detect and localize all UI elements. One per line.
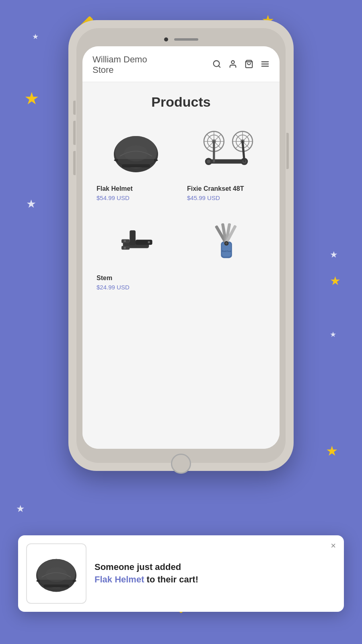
svg-point-47 — [225, 242, 228, 245]
star-decoration-white: ★ — [330, 330, 336, 339]
star-decoration-white: ★ — [330, 250, 338, 260]
svg-point-2 — [231, 61, 234, 64]
product-image-container — [97, 124, 175, 180]
products-grid: Flak Helmet $54.99 USD — [82, 118, 280, 297]
svg-rect-52 — [43, 584, 69, 587]
phone-camera — [164, 37, 168, 41]
phone-speaker — [174, 38, 198, 41]
helmet-image — [110, 130, 162, 174]
product-card-fixie-crankset[interactable]: Fixie Crankset 48T $45.99 USD — [181, 118, 272, 207]
products-title: Products — [82, 82, 280, 118]
side-button — [73, 101, 76, 115]
product-price: $45.99 USD — [187, 194, 265, 201]
svg-rect-10 — [122, 164, 150, 167]
product-name: Fixie Crankset 48T — [187, 185, 265, 192]
phone-bottom-bar — [82, 449, 280, 477]
star-decoration: ★ — [326, 443, 338, 459]
product-price: $54.99 USD — [97, 194, 175, 201]
notification-close-button[interactable]: × — [331, 541, 336, 550]
cart-icon[interactable] — [245, 60, 253, 70]
notification-suffix: to their cart! — [144, 574, 198, 584]
header-icons — [212, 60, 269, 70]
menu-icon[interactable] — [261, 60, 269, 70]
notification-popup: Someone just added Flak Helmet to their … — [18, 535, 344, 612]
product-name: Flak Helmet — [97, 185, 175, 192]
svg-point-39 — [148, 241, 150, 244]
side-button — [286, 133, 289, 169]
svg-point-9 — [124, 145, 148, 161]
notification-text: Someone just added Flak Helmet to their … — [95, 561, 336, 586]
product-card-flak-helmet[interactable]: Flak Helmet $54.99 USD — [90, 118, 181, 207]
star-decoration-white: ★ — [32, 32, 39, 41]
svg-rect-33 — [130, 230, 136, 245]
star-decoration: ★ — [330, 274, 341, 288]
product-card-multitool[interactable]: ParkTool — [181, 207, 272, 297]
notification-prefix: Someone just added — [95, 562, 181, 572]
product-image-container — [187, 124, 265, 180]
side-button — [73, 151, 76, 175]
star-decoration: ★ — [24, 89, 39, 108]
star-decoration-white: ★ — [26, 197, 36, 211]
product-image-container: ParkTool — [187, 213, 265, 270]
svg-line-1 — [218, 66, 220, 67]
store-name: William DemoStore — [93, 54, 147, 76]
stem-image — [112, 221, 160, 262]
notification-product-image — [26, 543, 86, 604]
svg-point-37 — [123, 240, 126, 242]
products-section: Products — [82, 82, 280, 449]
product-image-container — [97, 213, 175, 270]
product-name: Stem — [97, 275, 175, 282]
notification-message: Someone just added Flak Helmet to their … — [95, 561, 336, 586]
star-decoration-white: ★ — [16, 503, 25, 514]
home-button[interactable] — [171, 454, 191, 474]
svg-text:ParkTool: ParkTool — [222, 250, 231, 252]
notification-product-name[interactable]: Flak Helmet — [95, 574, 144, 584]
search-icon[interactable] — [212, 60, 221, 70]
multitool-image: ParkTool — [200, 219, 253, 264]
user-icon[interactable] — [228, 60, 237, 70]
phone-top-bar — [82, 34, 280, 46]
side-button — [73, 121, 76, 145]
product-price: $24.99 USD — [97, 284, 175, 291]
svg-point-38 — [123, 247, 126, 249]
crankset-image — [194, 128, 259, 176]
notification-helmet-image — [32, 553, 80, 594]
phone-frame: William DemoStore — [68, 20, 294, 471]
svg-point-28 — [207, 159, 210, 163]
store-header: William DemoStore — [82, 46, 280, 82]
phone-screen: William DemoStore — [82, 46, 280, 449]
product-card-stem[interactable]: Stem $24.99 USD — [90, 207, 181, 297]
svg-point-51 — [45, 568, 68, 582]
